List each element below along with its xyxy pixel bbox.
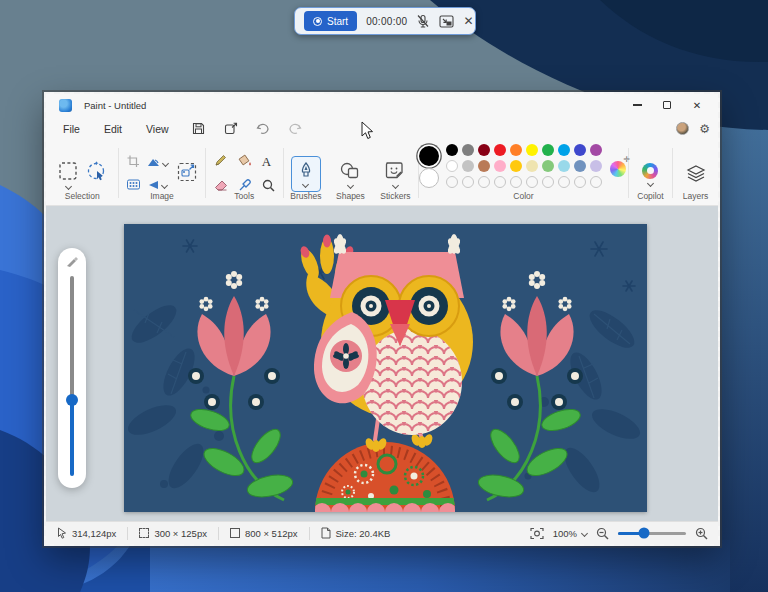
freeform-select-tool[interactable] [85,160,107,189]
empty-color-slot[interactable] [574,176,586,188]
copilot-label: Copilot [629,191,672,201]
color-swatch[interactable] [558,144,570,156]
brush-size-slider[interactable] [70,276,74,476]
fill-tool-icon[interactable] [238,153,252,171]
color-swatch[interactable] [478,144,490,156]
menu-view[interactable]: View [136,120,179,138]
record-start-button[interactable]: Start [304,11,357,31]
color-swatch[interactable] [542,144,554,156]
color-swatch[interactable] [510,160,522,172]
color-swatch[interactable] [526,160,538,172]
empty-color-slot[interactable] [590,176,602,188]
tools-section: A Tools [206,141,283,205]
layers-button[interactable] [685,163,707,185]
zoom-in-icon[interactable] [695,527,708,540]
zoom-level-dropdown[interactable]: 100% [553,528,587,539]
chevron-down-icon [581,529,588,536]
empty-color-slot[interactable] [526,176,538,188]
selection-section: Selection [46,141,118,205]
paint-app-icon [59,99,72,112]
slider-track-lower [70,400,74,476]
layers-section: Layers [673,141,718,205]
color-swatch[interactable] [542,160,554,172]
shapes-section: Shapes [328,141,373,205]
color-swatch[interactable] [574,144,586,156]
account-avatar[interactable] [676,122,689,135]
drawing-canvas[interactable] [124,224,647,512]
minimize-icon [633,104,642,105]
slider-thumb[interactable] [66,394,78,406]
file-size-value: Size: 20.4KB [336,528,391,539]
rotate-icon[interactable] [146,157,168,169]
undo-icon[interactable] [251,120,275,138]
color-swatch[interactable] [590,144,602,156]
color-swatch[interactable] [574,160,586,172]
shapes-button[interactable] [339,161,361,188]
stickers-button[interactable] [385,161,406,188]
crop-icon[interactable] [127,154,140,172]
selection-size-icon [139,528,149,538]
stickers-label: Stickers [373,191,418,201]
selection-size: 300 × 125px [128,528,218,539]
copilot-button[interactable] [642,163,658,186]
color-swatch[interactable] [510,144,522,156]
image-size: 800 × 512px [219,528,309,539]
picture-in-picture-icon[interactable] [439,13,454,29]
zoom-slider[interactable] [618,532,686,535]
empty-color-slot[interactable] [462,176,474,188]
color-swatch[interactable] [526,144,538,156]
record-start-label: Start [327,16,348,27]
title-bar[interactable]: Paint - Untitled ✕ [46,94,718,116]
color-swatch[interactable] [558,160,570,172]
maximize-button[interactable] [652,94,682,116]
share-icon[interactable] [219,120,243,138]
tools-label: Tools [206,191,283,201]
empty-color-slot[interactable] [478,176,490,188]
rectangle-select-tool[interactable] [57,160,79,189]
selection-size-value: 300 × 125px [154,528,207,539]
empty-color-slot[interactable] [510,176,522,188]
minimize-button[interactable] [622,94,652,116]
empty-color-slot[interactable] [542,176,554,188]
ribbon-toolbar: Selection [46,141,718,206]
brushes-button[interactable] [291,156,321,192]
resize-icon[interactable] [176,161,198,187]
flip-icon[interactable] [146,179,168,191]
color-swatch[interactable] [462,144,474,156]
menu-file[interactable]: File [53,120,90,138]
color-swatch[interactable] [478,160,490,172]
pencil-tool-icon[interactable] [214,153,228,171]
cursor-position: 314,124px [46,527,127,539]
menu-edit[interactable]: Edit [94,120,132,138]
microphone-muted-icon[interactable] [416,13,430,29]
text-tool-icon[interactable]: A [262,154,275,170]
background-color-swatch[interactable] [419,168,439,188]
maximize-icon [663,101,671,109]
brushes-label: Brushes [284,191,328,201]
color-swatch[interactable] [494,160,506,172]
empty-color-slot[interactable] [494,176,506,188]
image-section: Image [119,141,204,205]
color-swatch[interactable] [446,160,458,172]
color-swatch[interactable] [446,144,458,156]
fit-to-screen-icon[interactable] [530,527,544,540]
zoom-out-icon[interactable] [596,527,609,540]
record-icon [313,17,322,26]
empty-color-slot[interactable] [558,176,570,188]
stickers-section: Stickers [373,141,418,205]
edit-colors-button[interactable]: ✛ [610,157,628,177]
save-icon[interactable] [187,120,211,138]
brushes-section: Brushes [284,141,328,205]
screen-recorder-toolbar: Start 00:00:00 ✕ [294,7,476,35]
settings-gear-icon[interactable]: ⚙ [699,123,710,135]
color-label: Color [419,191,628,201]
redo-icon[interactable] [283,120,307,138]
zoom-slider-thumb[interactable] [638,528,649,539]
color-swatch[interactable] [590,160,602,172]
close-button[interactable]: ✕ [682,94,712,116]
empty-color-slot[interactable] [446,176,458,188]
color-swatch[interactable] [494,144,506,156]
foreground-color-swatch[interactable] [419,146,439,166]
recorder-close-icon[interactable]: ✕ [463,14,473,28]
color-swatch[interactable] [462,160,474,172]
